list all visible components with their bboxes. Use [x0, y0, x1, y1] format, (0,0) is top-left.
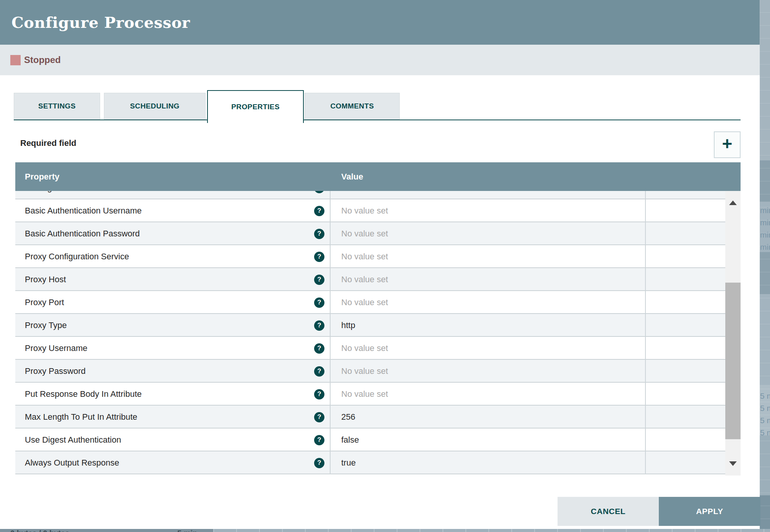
property-value[interactable]: No value set — [341, 229, 388, 239]
help-icon[interactable]: ? — [314, 343, 324, 354]
property-row[interactable]: Basic Authentication Password ? No value… — [15, 222, 725, 245]
background-min-fragment: min — [760, 205, 770, 216]
row-extra-cell — [646, 360, 725, 383]
property-row[interactable]: Proxy Host ? No value set — [15, 268, 725, 291]
property-row[interactable]: Proxy Port ? No value set — [15, 291, 725, 314]
help-icon[interactable]: ? — [314, 229, 324, 239]
property-name: Proxy Username — [25, 343, 88, 353]
property-row[interactable]: Proxy Configuration Service ? No value s… — [15, 245, 725, 268]
background-minutes-text: 5 min — [177, 529, 197, 532]
property-value[interactable]: No value set — [341, 298, 388, 307]
property-value[interactable]: false — [341, 435, 359, 445]
column-header-value: Value — [331, 172, 363, 182]
property-value[interactable]: No value set — [341, 206, 388, 216]
property-name: Proxy Host — [25, 275, 66, 285]
table-header: Property Value — [15, 162, 741, 191]
status-label: Stopped — [24, 55, 61, 65]
help-icon[interactable]: ? — [314, 458, 324, 468]
background-canvas-right: minminminmin 5 m5 m5 m5 m — [760, 0, 770, 532]
property-row[interactable]: Proxy Password ? No value set — [15, 360, 725, 383]
column-header-property: Property — [15, 172, 331, 182]
help-icon[interactable]: ? — [314, 435, 324, 445]
background-canvas-bottom: 0 bytes / 0 bytes 5 min — [0, 529, 770, 532]
cancel-button[interactable]: CANCEL — [558, 497, 659, 526]
property-name: Proxy Password — [25, 366, 86, 376]
scrollbar-thumb[interactable] — [725, 283, 741, 439]
property-row[interactable]: Use Digest Authentication ? false — [15, 429, 725, 451]
row-extra-cell — [646, 291, 725, 314]
property-name: Basic Authentication Password — [25, 229, 140, 239]
help-icon[interactable]: ? — [314, 206, 324, 216]
background-min-fragment: 5 m — [760, 403, 770, 414]
dialog-header: Configure Processor — [0, 0, 760, 45]
property-name: Proxy Configuration Service — [25, 252, 129, 262]
tab-comments[interactable]: COMMENTS — [305, 93, 400, 120]
background-min-fragment: min — [760, 217, 770, 228]
row-extra-cell — [646, 429, 725, 451]
help-icon[interactable]: ? — [314, 298, 324, 308]
tab-properties[interactable]: PROPERTIES — [207, 90, 304, 123]
property-row[interactable]: Put Response Body In Attribute ? No valu… — [15, 383, 725, 406]
property-value[interactable]: No value set — [341, 389, 388, 399]
property-row[interactable]: Always Output Response ? true — [15, 451, 725, 474]
required-field-label: Required field — [20, 138, 76, 148]
property-name: Use Digest Authentication — [25, 435, 121, 445]
property-name: Put Response Body In Attribute — [25, 389, 142, 399]
property-value[interactable]: No value set — [341, 343, 388, 353]
help-icon[interactable]: ? — [314, 366, 324, 377]
property-name: Useragent — [25, 191, 64, 193]
row-extra-cell — [646, 383, 725, 406]
plus-icon: + — [722, 135, 733, 152]
property-row[interactable]: Proxy Username ? No value set — [15, 337, 725, 360]
help-icon[interactable]: ? — [314, 191, 324, 193]
background-min-fragment: 5 m — [760, 390, 770, 402]
property-row[interactable]: Proxy Type ? http — [15, 314, 725, 337]
property-value[interactable]: 256 — [341, 412, 355, 422]
table-body: Useragent ? Basic Authentication Usernam… — [15, 191, 725, 475]
background-bottom-panel — [213, 529, 770, 532]
scroll-up-icon[interactable] — [729, 201, 737, 205]
property-name: Proxy Port — [25, 298, 64, 307]
configure-processor-dialog: Configure Processor Stopped SETTINGS SCH… — [0, 0, 760, 529]
table-row-partial[interactable]: Useragent ? — [15, 191, 725, 199]
row-extra-cell — [646, 222, 725, 245]
property-value[interactable]: No value set — [341, 366, 388, 376]
property-value[interactable]: No value set — [341, 252, 388, 262]
canvas-grid — [760, 0, 770, 532]
tab-settings[interactable]: SETTINGS — [14, 93, 100, 120]
background-min-fragment: 5 m — [760, 415, 770, 426]
scroll-down-icon[interactable] — [729, 461, 737, 466]
row-extra-cell — [646, 245, 725, 268]
help-icon[interactable]: ? — [314, 320, 324, 331]
help-icon[interactable]: ? — [314, 275, 324, 285]
property-name: Always Output Response — [25, 458, 119, 468]
row-extra-cell — [646, 451, 725, 474]
apply-button[interactable]: APPLY — [659, 497, 760, 526]
row-extra-cell — [646, 191, 725, 199]
property-name: Basic Authentication Username — [25, 206, 142, 216]
status-bar: Stopped — [0, 45, 760, 75]
property-row[interactable]: Max Length To Put In Attribute ? 256 — [15, 406, 725, 429]
row-extra-cell — [646, 314, 725, 337]
property-value[interactable]: http — [341, 320, 355, 330]
help-icon[interactable]: ? — [314, 412, 324, 422]
stopped-status-icon — [10, 55, 21, 65]
tabbar-underline — [14, 120, 741, 120]
background-min-fragment: 5 m — [760, 427, 770, 438]
add-property-button[interactable]: + — [714, 131, 741, 158]
row-extra-cell — [646, 268, 725, 291]
property-name: Proxy Type — [25, 320, 67, 330]
properties-table: Property Value Useragent ? Basic Authent… — [15, 162, 741, 475]
row-extra-cell — [646, 199, 725, 222]
help-icon[interactable]: ? — [314, 252, 324, 262]
help-icon[interactable]: ? — [314, 389, 324, 399]
background-bytes-text: 0 bytes / 0 bytes — [10, 529, 70, 532]
property-row[interactable]: Basic Authentication Username ? No value… — [15, 199, 725, 222]
row-extra-cell — [646, 337, 725, 360]
tab-scheduling[interactable]: SCHEDULING — [104, 93, 206, 120]
property-value[interactable]: No value set — [341, 275, 388, 285]
table-scrollbar[interactable] — [725, 191, 741, 475]
dialog-title: Configure Processor — [11, 13, 190, 31]
property-value[interactable]: true — [341, 458, 356, 468]
background-min-fragment: min — [760, 229, 770, 241]
